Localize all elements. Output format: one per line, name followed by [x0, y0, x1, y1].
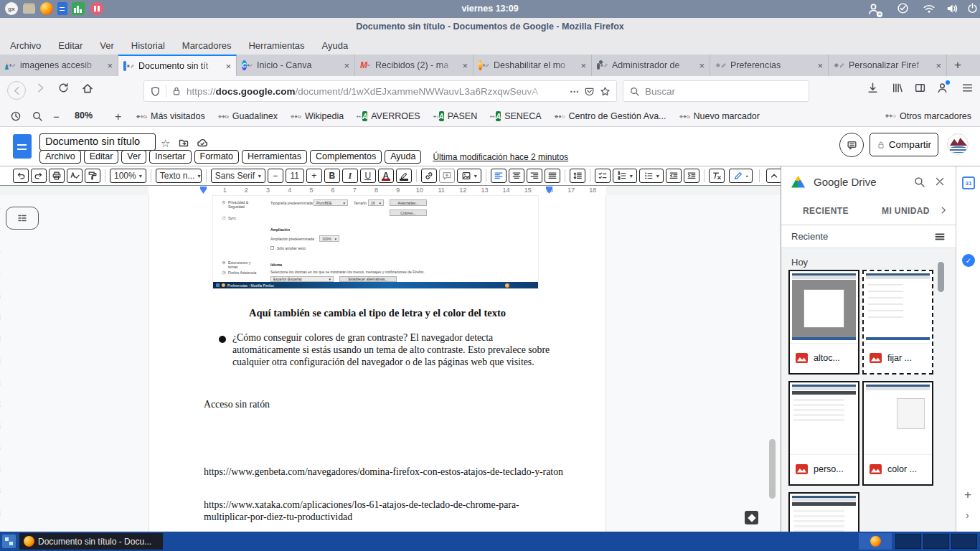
- account-button[interactable]: [936, 82, 948, 94]
- new-tab-button[interactable]: +: [947, 55, 969, 76]
- search-input[interactable]: [645, 86, 803, 97]
- search-bar[interactable]: [623, 80, 809, 102]
- downloads-button[interactable]: [867, 82, 879, 94]
- docs-menu-item[interactable]: Complementos: [310, 150, 382, 164]
- browser-tab[interactable]: Preferencias ×: [710, 55, 829, 76]
- font-size-increase-button[interactable]: +: [306, 169, 322, 183]
- doc-heading[interactable]: Aquí también se cambia el tipo de letra …: [149, 307, 606, 319]
- embedded-image[interactable]: Privacidad & Seguridad Sync Extensiones …: [212, 195, 539, 289]
- align-right-button[interactable]: [527, 169, 542, 183]
- align-justify-button[interactable]: [545, 169, 560, 183]
- library-button[interactable]: [891, 82, 903, 94]
- firefox-menu-item[interactable]: Herramientas: [248, 40, 304, 51]
- redo-button[interactable]: [31, 169, 47, 183]
- user-menu-icon[interactable]: ×: [867, 2, 880, 16]
- wifi-icon[interactable]: [923, 2, 936, 15]
- docs-menu-item[interactable]: Formato: [194, 150, 240, 164]
- drive-panel-scrollbar[interactable]: [938, 262, 944, 292]
- decrease-indent-button[interactable]: [666, 169, 682, 183]
- bookmark-item[interactable]: Centro de Gestión Ava...: [555, 111, 666, 122]
- font-select[interactable]: Sans Serif▾: [211, 169, 265, 183]
- drive-file-card[interactable]: fijar ...: [862, 270, 933, 375]
- tabs-chevron-icon[interactable]: [938, 205, 948, 215]
- other-bookmarks-button[interactable]: Otros marcadores: [885, 110, 971, 121]
- share-button[interactable]: Compartir: [870, 133, 938, 156]
- move-folder-icon[interactable]: [178, 137, 189, 149]
- increase-indent-button[interactable]: [684, 169, 699, 183]
- tab-close-icon[interactable]: ×: [225, 61, 231, 72]
- docs-logo-icon[interactable]: [13, 134, 32, 159]
- workspace-2[interactable]: [923, 534, 949, 549]
- docs-menu-item[interactable]: Herramientas: [242, 150, 307, 164]
- docs-menu-item[interactable]: Editar: [84, 150, 119, 164]
- doc-paragraph[interactable]: Acceso sin ratón: [204, 399, 270, 410]
- bold-button[interactable]: B: [324, 169, 340, 183]
- bulleted-list-button[interactable]: ▾: [639, 169, 664, 183]
- bookmark-item[interactable]: AVERROES: [357, 111, 420, 122]
- bookmark-item[interactable]: Más visitados: [136, 111, 205, 122]
- firefox-menu-item[interactable]: Ver: [100, 40, 114, 51]
- pocket-icon[interactable]: [584, 86, 595, 97]
- doc-bullet-text[interactable]: ¿Cómo conseguir colores de gran contrast…: [232, 331, 552, 368]
- drive-search-icon[interactable]: [913, 176, 925, 188]
- drive-file-card[interactable]: altoc...: [788, 270, 859, 375]
- tab-close-icon[interactable]: ×: [699, 60, 705, 71]
- doc-link-1[interactable]: https://www.genbeta.com/navegadores/domi…: [204, 466, 564, 478]
- home-button[interactable]: [81, 82, 94, 95]
- back-button[interactable]: [7, 81, 26, 100]
- system-clock[interactable]: viernes 13:09: [0, 0, 980, 18]
- volume-icon[interactable]: [946, 2, 958, 15]
- reload-button[interactable]: [57, 82, 70, 94]
- browser-tab[interactable]: Administrador de ×: [592, 55, 710, 76]
- tab-mi-unidad[interactable]: MI UNIDAD: [882, 206, 930, 216]
- find-icon[interactable]: [32, 110, 43, 122]
- firefox-menu-item[interactable]: Marcadores: [182, 40, 232, 51]
- align-left-button[interactable]: [491, 169, 507, 183]
- paint-format-button[interactable]: [85, 169, 100, 183]
- sidebar-button[interactable]: [914, 82, 926, 94]
- lock-icon[interactable]: [171, 86, 182, 96]
- browser-tab[interactable]: Documento sin tít ×: [118, 55, 237, 76]
- updates-status-icon[interactable]: [897, 2, 909, 14]
- firefox-menu-item[interactable]: Editar: [58, 40, 83, 51]
- line-spacing-button[interactable]: [570, 169, 585, 183]
- firefox-menu-item[interactable]: Historial: [131, 40, 165, 51]
- font-size-decrease-button[interactable]: −: [268, 169, 283, 183]
- insert-comment-button[interactable]: [439, 169, 455, 183]
- drive-scroll-area[interactable]: Hoy altoc...: [781, 248, 956, 532]
- bookmark-item[interactable]: PASEN: [433, 111, 477, 122]
- cloud-status-icon[interactable]: [197, 137, 208, 149]
- avatar[interactable]: [947, 133, 969, 155]
- italic-button[interactable]: I: [342, 169, 358, 183]
- workspace-1[interactable]: [895, 534, 921, 549]
- docs-menu-item[interactable]: Ver: [121, 150, 146, 164]
- drive-file-card[interactable]: perso...: [788, 381, 859, 486]
- tab-reciente[interactable]: RECIENTE: [803, 206, 849, 216]
- editing-mode-button[interactable]: ▪: [729, 169, 753, 183]
- underline-button[interactable]: U: [360, 169, 376, 183]
- docs-menu-item[interactable]: Archivo: [39, 150, 81, 164]
- document-scrollbar[interactable]: [769, 439, 776, 499]
- forward-button[interactable]: [34, 82, 47, 94]
- doc-title-input[interactable]: Documento sin título: [39, 133, 156, 151]
- undo-button[interactable]: [13, 169, 29, 183]
- power-icon[interactable]: [966, 2, 979, 14]
- open-comments-button[interactable]: [839, 133, 864, 157]
- clear-formatting-button[interactable]: [709, 169, 725, 183]
- show-desktop-button[interactable]: [2, 534, 16, 548]
- bookmark-item[interactable]: Guadalinex: [218, 111, 278, 122]
- print-button[interactable]: [49, 169, 65, 183]
- page-actions-icon[interactable]: ⋯: [570, 86, 579, 97]
- text-color-button[interactable]: A: [378, 169, 394, 183]
- styles-select[interactable]: Texto n...▾: [156, 169, 202, 183]
- browser-tab[interactable]: Deshabilitar el mo ×: [473, 55, 592, 76]
- font-size-value[interactable]: 11: [286, 169, 304, 183]
- star-doc-icon[interactable]: ☆: [161, 137, 170, 150]
- calendar-icon[interactable]: 31: [962, 176, 975, 189]
- tab-close-icon[interactable]: ×: [936, 60, 941, 71]
- numbered-list-button[interactable]: ▾: [613, 169, 637, 183]
- collapse-toolbar-button[interactable]: [766, 169, 782, 183]
- zoom-out-button[interactable]: −: [53, 110, 60, 123]
- doc-link-2[interactable]: https://www.xataka.com/aplicaciones/los-…: [204, 499, 564, 523]
- horizontal-ruler[interactable]: 123456789101112131415161718: [0, 186, 781, 195]
